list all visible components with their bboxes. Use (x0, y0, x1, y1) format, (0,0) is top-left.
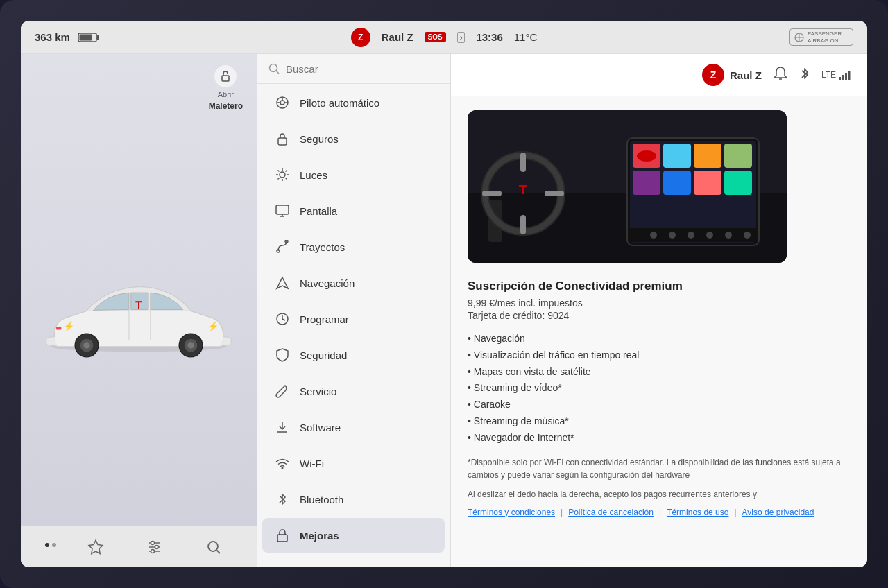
menu-seguros-label: Seguros (300, 133, 339, 145)
notification-icon[interactable] (773, 66, 788, 85)
feature-item: • Caraoke (468, 397, 851, 413)
menu-item-wifi[interactable]: Wi-Fi (262, 446, 445, 481)
content-header: Z Raul Z LTE (451, 54, 867, 96)
svg-text:⚡: ⚡ (207, 320, 219, 332)
trunk-open-label: Abrir (218, 90, 234, 98)
links-row: Términos y condiciones|Política de cance… (468, 508, 851, 517)
svg-point-27 (270, 64, 278, 72)
clock-icon (275, 311, 290, 327)
svg-point-18 (187, 342, 194, 348)
airbag-icon (794, 32, 805, 43)
star-icon (87, 539, 104, 555)
link-separator: | (659, 508, 661, 517)
svg-point-23 (155, 545, 158, 548)
status-profile-icon: Z (351, 28, 370, 47)
feature-item: • Visualización del tráfico en tiempo re… (468, 347, 851, 364)
svg-line-41 (286, 178, 287, 180)
svg-rect-58 (839, 77, 841, 80)
menu-item-autopilot[interactable]: Piloto automático (262, 85, 445, 120)
menu-item-bluetooth[interactable]: Bluetooth (262, 482, 445, 517)
terms-link[interactable]: Política de cancelación (568, 508, 654, 517)
feature-item: • Mapas con vista de satélite (468, 364, 851, 381)
menu-items: Piloto automático Seguros (257, 84, 450, 567)
profile-name: Raul Z (730, 69, 762, 81)
menu-software-label: Software (300, 422, 341, 433)
lte-text: LTE (821, 70, 836, 80)
menu-item-seguros[interactable]: Seguros (262, 121, 445, 156)
svg-rect-77 (694, 144, 722, 168)
menu-autopilot-label: Piloto automático (300, 97, 379, 109)
link-separator: | (561, 508, 563, 517)
terms-link[interactable]: Términos de uso (667, 508, 728, 517)
trunk-button[interactable]: Abrir Maletero (209, 65, 243, 111)
menu-item-programar[interactable]: Programar (262, 302, 445, 336)
link-separator: | (734, 508, 736, 517)
route-icon (275, 239, 290, 254)
svg-point-90 (744, 232, 751, 239)
terms-link[interactable]: Aviso de privacidad (742, 508, 814, 517)
menu-programar-label: Programar (300, 313, 349, 325)
search-button[interactable] (194, 533, 233, 561)
feature-item: • Navegación (468, 331, 851, 347)
profile-icon: Z (702, 64, 724, 86)
menu-luces-label: Luces (300, 169, 327, 181)
status-driver-name: Raul Z (382, 31, 413, 43)
svg-rect-80 (663, 171, 691, 195)
svg-rect-56 (278, 535, 287, 542)
lock-icon (275, 131, 290, 146)
svg-line-42 (278, 178, 280, 180)
svg-point-30 (280, 101, 284, 105)
favorites-button[interactable] (76, 533, 115, 561)
main-content: Abrir Maletero (21, 54, 867, 567)
menu-item-trayectos[interactable]: Trayectos (262, 230, 445, 264)
svg-point-55 (282, 467, 284, 469)
svg-rect-6 (222, 76, 229, 81)
download-icon (275, 420, 290, 435)
svg-point-86 (669, 232, 676, 239)
subscription-title: Suscripción de Conectividad premium (468, 279, 851, 293)
svg-rect-81 (694, 171, 722, 195)
svg-rect-72 (522, 187, 524, 194)
bluetooth-icon (275, 492, 290, 507)
search-icon (205, 539, 222, 555)
content-panel: Z Raul Z LTE (451, 54, 867, 567)
car-svg: ⚡ ⚡ (35, 262, 243, 366)
svg-point-87 (688, 232, 694, 239)
svg-point-24 (151, 549, 154, 553)
search-bar (257, 54, 450, 84)
svg-rect-71 (519, 185, 527, 187)
wifi-icon (275, 456, 290, 471)
menu-item-servicio[interactable]: Servicio (262, 374, 445, 408)
svg-point-89 (725, 232, 732, 239)
svg-point-25 (208, 542, 218, 551)
menu-seguridad-label: Seguridad (300, 349, 347, 361)
svg-point-15 (83, 342, 89, 348)
svg-point-22 (151, 541, 154, 544)
wrench-icon (275, 383, 290, 399)
menu-pantalla-label: Pantalla (300, 205, 337, 217)
navigation-icon (275, 275, 290, 291)
terms-link[interactable]: Términos y condiciones (468, 508, 555, 517)
bluetooth-header-icon[interactable] (799, 66, 810, 85)
search-input[interactable] (286, 63, 439, 75)
menu-mejoras-label: Mejoras (300, 530, 339, 542)
screen-bezel: 363 km Z Raul Z SOS › 13:36 11°C (0, 0, 888, 588)
controls-button[interactable] (135, 533, 174, 561)
feature-item: • Navegador de Internet* (468, 430, 851, 447)
airbag-text: PASSENGER AIRBAG ON (808, 31, 849, 44)
svg-rect-59 (842, 75, 844, 80)
svg-rect-1 (96, 35, 99, 40)
svg-rect-82 (724, 171, 752, 195)
time-display: 13:36 (476, 31, 502, 43)
menu-item-mejoras[interactable]: Mejoras (262, 518, 445, 553)
menu-item-software[interactable]: Software (262, 410, 445, 444)
menu-item-pantalla[interactable]: Pantalla (262, 193, 445, 228)
svg-rect-76 (663, 144, 691, 168)
svg-line-43 (286, 171, 287, 172)
menu-item-luces[interactable]: Luces (262, 157, 445, 192)
car-top-info: Abrir Maletero (21, 54, 257, 116)
menu-item-navegacion[interactable]: Navegación (262, 266, 445, 300)
menu-item-seguridad[interactable]: Seguridad (262, 338, 445, 372)
svg-rect-44 (276, 205, 289, 214)
trunk-main-label: Maletero (209, 101, 243, 111)
